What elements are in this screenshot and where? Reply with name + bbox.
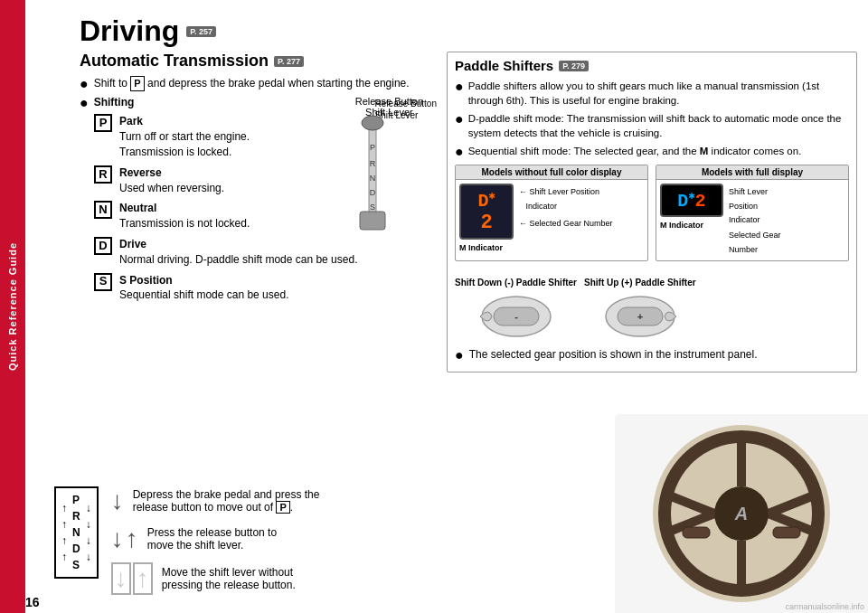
- gear-name-p: Park: [119, 115, 143, 127]
- intro-text: Shift to P and depress the brake pedal w…: [94, 76, 410, 91]
- release-btn-lbl: Release Button: [375, 98, 437, 109]
- paddle-dot-3: ●: [455, 145, 464, 159]
- svg-rect-24: [683, 527, 710, 538]
- paddle-ref: P. 279: [559, 61, 589, 71]
- gear-desc-r: Used when reversing.: [119, 182, 224, 194]
- instruction-row-1: ↓ Depress the brake pedal and press the …: [111, 486, 615, 515]
- gear-sequence-box: ↑↑↑↑ PRNDS ↓↓↓↓: [54, 486, 99, 579]
- gear-name-s: S Position: [119, 274, 173, 287]
- without-color-display-area: D✱ 2 M Indicator: [459, 184, 514, 240]
- shift-down-label: Shift Down (-) Paddle Shifter: [455, 278, 577, 288]
- without-color-header: Models without full color display: [456, 165, 647, 180]
- svg-text:+: +: [637, 311, 643, 322]
- paddle-bullet-3: ● Sequential shift mode: The selected ge…: [455, 144, 849, 159]
- watermark: carmanualsonline.info: [785, 602, 864, 611]
- auto-trans-header: Automatic Transmission P. 277: [80, 52, 432, 71]
- shift-lever-pos-label-2: Shift LeverPositionIndicator: [729, 185, 781, 227]
- display-sections: Models without full color display D✱ 2 M…: [455, 165, 849, 260]
- svg-text:P: P: [370, 143, 375, 152]
- arrow-pair-1: ↓: [111, 486, 124, 515]
- gear-name-r: Reverse: [119, 166, 162, 179]
- m-indicator-label-2: M Indicator: [660, 221, 703, 230]
- arrow-pair-3: ↓ ↑: [111, 562, 153, 595]
- two-col-layout: Automatic Transmission P. 277 ● Shift to…: [80, 52, 857, 373]
- shift-up-area: Shift Up (+) Paddle Shifter +: [584, 278, 696, 344]
- steering-wheel-svg: A: [651, 423, 832, 604]
- without-color-section: Models without full color display D✱ 2 M…: [455, 165, 648, 260]
- gear-letters: PRNDS: [72, 492, 80, 573]
- sidebar-label: Quick Reference Guide: [7, 242, 18, 371]
- bullet-dot-1: ●: [80, 77, 89, 91]
- bottom-section: ↑↑↑↑ PRNDS ↓↓↓↓ ↓ Depress the brake peda…: [25, 486, 615, 595]
- shift-down-area: Shift Down (-) Paddle Shifter -: [455, 278, 577, 344]
- shift-up-label: Shift Up (+) Paddle Shifter: [584, 278, 696, 288]
- left-column: Automatic Transmission P. 277 ● Shift to…: [80, 52, 432, 373]
- svg-point-1: [362, 116, 383, 130]
- paddle-header: Paddle Shifters P. 279: [455, 58, 849, 73]
- with-color-display-area: D✱2 M Indicator: [660, 184, 723, 217]
- selected-gear-label-2: Selected GearNumber: [729, 229, 781, 257]
- svg-rect-25: [773, 527, 800, 538]
- arrow-pair-2: ↓ ↑: [111, 524, 138, 553]
- left-sidebar: Quick Reference Guide: [0, 0, 25, 613]
- gear-box-s: S: [94, 273, 112, 291]
- page-ref: P. 257: [186, 26, 216, 37]
- instruction-text-3: Move the shift lever without pressing th…: [162, 566, 296, 591]
- gear-item-s: S S Position Sequential shift mode can b…: [94, 273, 432, 304]
- gear-box-d: D: [94, 237, 112, 255]
- auto-trans-ref: P. 277: [274, 56, 304, 67]
- gear-desc-d: Normal driving. D-paddle shift mode can …: [119, 253, 357, 266]
- gear-desc-s: Sequential shift mode can be used.: [119, 288, 288, 301]
- gear-box-p: P: [94, 114, 112, 132]
- shift-down-svg: -: [476, 289, 557, 344]
- gear-box-n: N: [94, 201, 112, 219]
- down-arrow-1: ↓: [111, 486, 124, 515]
- instructions-list: ↓ Depress the brake pedal and press the …: [111, 486, 615, 595]
- selected-gear-note: ● The selected gear position is shown in…: [455, 347, 849, 363]
- svg-text:R: R: [370, 159, 376, 168]
- instruction-row-3: ↓ ↑ Move the shift lever without pressin…: [111, 562, 615, 595]
- paddle-shifter-row: Shift Down (-) Paddle Shifter - Shift Up…: [455, 278, 849, 344]
- up-arrow-3: ↑: [133, 562, 153, 595]
- paddle-dot-1: ●: [455, 80, 464, 94]
- paddle-title: Paddle Shifters: [455, 58, 553, 73]
- shift-lever-pos-label: ← Shift Lever Position Indicator: [519, 185, 613, 213]
- page-title-area: Driving P. 257: [80, 14, 857, 48]
- auto-trans-title: Automatic Transmission: [80, 52, 269, 71]
- gear-name-d: Drive: [119, 238, 146, 250]
- svg-rect-2: [360, 212, 385, 230]
- gear-list: Release Button Shift Lever P R: [94, 114, 432, 303]
- paddle-dot-2: ●: [455, 112, 464, 127]
- without-color-labels: ← Shift Lever Position Indicator ← Selec…: [519, 185, 613, 231]
- svg-text:S: S: [370, 203, 375, 212]
- gear-desc-p: Turn off or start the engine.Transmissio…: [119, 130, 250, 158]
- paddle-text-1: Paddle shifters allow you to shift gears…: [468, 79, 849, 108]
- up-arrow-2: ↑: [126, 524, 138, 553]
- gear-arrows-left: ↑↑↑↑: [61, 500, 67, 565]
- bullet-dot-2: ●: [80, 96, 89, 110]
- paddle-bullet-1: ● Paddle shifters allow you to shift gea…: [455, 79, 849, 108]
- lcd-without-color: D✱ 2: [459, 184, 514, 240]
- svg-text:A: A: [734, 504, 748, 523]
- instruction-row-2: ↓ ↑ Press the release button to move the…: [111, 524, 615, 553]
- shifting-label: Shifting: [94, 95, 135, 110]
- svg-rect-0: [369, 123, 376, 213]
- without-color-body: D✱ 2 M Indicator ← Shift Lever Position …: [456, 180, 647, 243]
- page-number: 16: [25, 595, 40, 609]
- with-color-header: Models with full display: [656, 165, 848, 180]
- gear-box-r: R: [94, 165, 112, 184]
- paddle-text-3: Sequential shift mode: The selected gear…: [468, 144, 802, 158]
- gear-name-n: Neutral: [119, 202, 156, 214]
- svg-text:N: N: [370, 174, 376, 183]
- right-column: Paddle Shifters P. 279 ● Paddle shifters…: [447, 52, 857, 373]
- steering-wheel-area: A: [615, 414, 868, 613]
- lcd-full-color: D✱2: [660, 184, 723, 217]
- instruction-text-2: Press the release button to move the shi…: [147, 526, 277, 552]
- with-color-body: D✱2 M Indicator Shift LeverPositionIndic…: [656, 180, 848, 259]
- paddle-text-2: D-paddle shift mode: The transmission wi…: [468, 111, 849, 140]
- paddle-bullet-2: ● D-paddle shift mode: The transmission …: [455, 111, 849, 140]
- selected-gear-text: The selected gear position is shown in t…: [469, 347, 758, 363]
- with-color-labels: Shift LeverPositionIndicator Selected Ge…: [729, 185, 781, 256]
- instruction-text-1: Depress the brake pedal and press the re…: [133, 488, 320, 514]
- svg-text:-: -: [514, 311, 518, 322]
